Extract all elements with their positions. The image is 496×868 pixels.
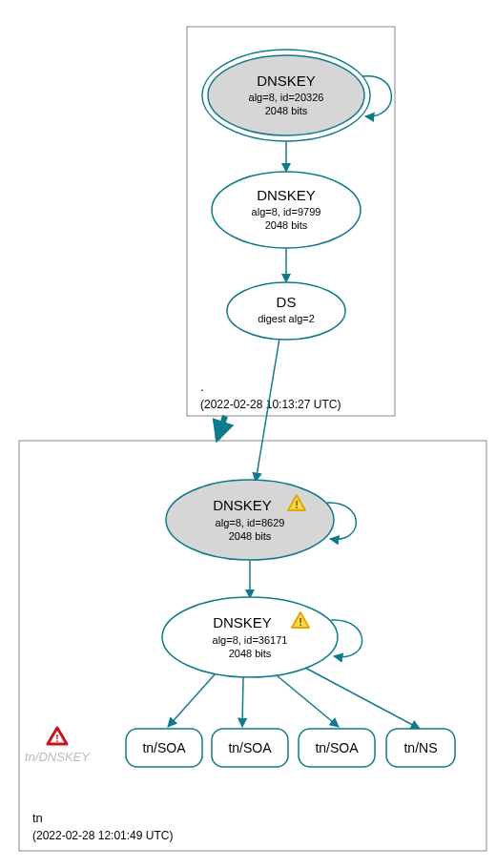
node-tn-zsk[interactable]: DNSKEY alg=8, id=36171 2048 bits ! bbox=[162, 597, 338, 677]
node-root-ksk-line3: 2048 bits bbox=[265, 105, 308, 116]
node-tn-soa-1-label: tn/SOA bbox=[142, 740, 186, 755]
svg-point-3 bbox=[227, 282, 345, 340]
node-root-zsk[interactable]: DNSKEY alg=8, id=9799 2048 bits bbox=[212, 172, 361, 248]
node-tn-dnskey-missing[interactable]: ! tn/DNSKEY bbox=[25, 728, 91, 764]
node-tn-ksk-line2: alg=8, id=8629 bbox=[216, 517, 285, 528]
zone-label-root: . bbox=[200, 380, 204, 394]
node-tn-soa-3[interactable]: tn/SOA bbox=[299, 729, 375, 767]
node-tn-ns[interactable]: tn/NS bbox=[386, 729, 455, 767]
node-tn-ksk-title: DNSKEY bbox=[213, 497, 272, 513]
zone-timestamp-root: (2022-02-28 10:13:27 UTC) bbox=[200, 398, 341, 411]
dnssec-chain-diagram: . (2022-02-28 10:13:27 UTC) DNSKEY alg=8… bbox=[0, 0, 496, 868]
edge-tn-zsk-to-rr3 bbox=[277, 675, 339, 727]
node-root-ds[interactable]: DS digest alg=2 bbox=[227, 282, 345, 340]
node-tn-soa-1[interactable]: tn/SOA bbox=[126, 729, 202, 767]
node-root-ds-title: DS bbox=[277, 294, 297, 310]
zone-timestamp-tn: (2022-02-28 12:01:49 UTC) bbox=[32, 829, 173, 842]
node-tn-ksk[interactable]: DNSKEY alg=8, id=8629 2048 bits ! bbox=[166, 480, 334, 560]
node-root-ds-line2: digest alg=2 bbox=[258, 313, 315, 324]
node-tn-ns-label: tn/NS bbox=[403, 740, 437, 755]
node-tn-soa-2-label: tn/SOA bbox=[228, 740, 272, 755]
node-root-zsk-line2: alg=8, id=9799 bbox=[252, 206, 321, 217]
node-root-zsk-line3: 2048 bits bbox=[265, 219, 308, 231]
edge-tn-zsk-to-rr4 bbox=[305, 668, 420, 729]
edge-tn-zsk-to-rr1 bbox=[168, 673, 216, 727]
error-icon: ! bbox=[48, 728, 67, 744]
svg-text:!: ! bbox=[299, 616, 302, 628]
svg-text:!: ! bbox=[295, 499, 299, 510]
node-tn-zsk-title: DNSKEY bbox=[213, 614, 272, 630]
zone-label-tn: tn bbox=[32, 811, 43, 825]
node-tn-ksk-line3: 2048 bits bbox=[229, 530, 272, 542]
node-root-ksk[interactable]: DNSKEY alg=8, id=20326 2048 bits bbox=[202, 50, 370, 141]
node-root-ksk-line2: alg=8, id=20326 bbox=[249, 92, 324, 103]
node-tn-zsk-line3: 2048 bits bbox=[229, 648, 272, 659]
edge-tn-zsk-to-rr2 bbox=[242, 677, 243, 727]
node-root-zsk-title: DNSKEY bbox=[257, 187, 316, 203]
node-root-ksk-title: DNSKEY bbox=[257, 72, 316, 89]
svg-text:!: ! bbox=[55, 734, 58, 744]
node-tn-soa-2[interactable]: tn/SOA bbox=[212, 729, 288, 767]
node-tn-zsk-line2: alg=8, id=36171 bbox=[213, 634, 288, 646]
node-tn-soa-3-label: tn/SOA bbox=[315, 740, 359, 755]
edge-zone-delegation bbox=[217, 416, 225, 439]
node-tn-dnskey-missing-label: tn/DNSKEY bbox=[25, 750, 91, 764]
